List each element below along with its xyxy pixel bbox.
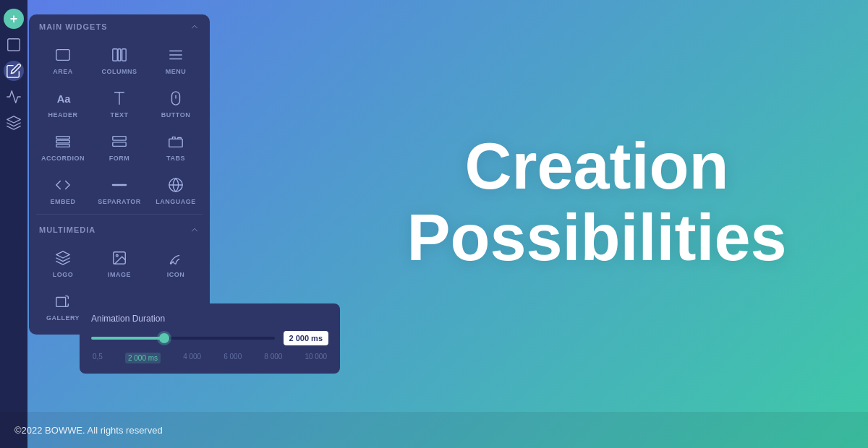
analytics-button[interactable] — [4, 87, 24, 107]
svg-rect-17 — [169, 139, 182, 147]
widget-separator[interactable]: SEPARATOR — [91, 168, 148, 211]
hero-line2: Possibilities — [407, 202, 786, 274]
logo-icon — [55, 248, 71, 268]
svg-rect-4 — [118, 49, 121, 61]
menu-icon — [168, 45, 184, 65]
tick-4[interactable]: 8 000 — [264, 353, 282, 363]
layers-button[interactable] — [4, 113, 24, 133]
widget-language-label: LANGUAGE — [156, 198, 196, 205]
tick-3[interactable]: 6 000 — [224, 353, 242, 363]
widget-accordion[interactable]: ACCORDION — [35, 124, 91, 168]
main-widgets-header: MAIN WIDGETS — [29, 14, 210, 38]
widget-menu[interactable]: MENU — [148, 38, 204, 81]
slider-ticks: 0,5 2 000 ms 4 000 6 000 8 000 10 000 — [91, 353, 328, 363]
widget-text-label: TEXT — [110, 111, 128, 119]
svg-rect-5 — [122, 49, 127, 61]
svg-point-22 — [116, 254, 118, 257]
widget-header-label: HEADER — [48, 111, 77, 119]
main-widgets-label: MAIN WIDGETS — [39, 22, 108, 31]
gallery-icon — [55, 291, 71, 311]
hero-title: Creation Possibilities — [407, 131, 786, 274]
multimedia-label: MULTIMEDIA — [39, 225, 95, 234]
widget-separator-label: SEPARATOR — [98, 198, 141, 205]
widget-form[interactable]: FORM — [91, 124, 148, 168]
svg-rect-3 — [113, 49, 117, 61]
widget-gallery-label: GALLERY — [46, 314, 80, 322]
widget-columns-label: COLUMNS — [102, 68, 137, 75]
svg-rect-23 — [56, 298, 66, 307]
left-toolbar: + — [0, 0, 27, 448]
section-divider — [36, 214, 203, 215]
svg-rect-13 — [56, 140, 69, 143]
widget-icon-label: ICON — [167, 271, 185, 278]
svg-marker-1 — [7, 116, 20, 123]
widget-header[interactable]: Aa HEADER — [35, 81, 91, 124]
collapse-icon[interactable] — [190, 22, 200, 32]
widget-tabs[interactable]: TABS — [148, 124, 204, 168]
widget-tabs-label: TABS — [166, 155, 185, 162]
text-icon — [111, 88, 127, 108]
animation-title: Animation Duration — [91, 314, 328, 324]
slider-value-box: 2 000 ms — [284, 331, 328, 345]
svg-rect-12 — [56, 137, 69, 139]
widget-button-label: BUTTON — [161, 111, 190, 119]
svg-rect-15 — [113, 137, 126, 141]
widget-form-label: FORM — [109, 155, 130, 162]
button-icon — [168, 88, 184, 108]
footer-copyright: ©2022 BOWWE. All rights reserved — [14, 425, 163, 436]
tick-2[interactable]: 4 000 — [183, 353, 201, 363]
slider-track[interactable] — [91, 337, 275, 340]
widget-image[interactable]: IMAGE — [91, 241, 148, 284]
svg-rect-2 — [56, 50, 69, 61]
slider-row: 2 000 ms — [91, 331, 328, 345]
edit-button[interactable] — [4, 61, 24, 81]
widget-text[interactable]: TEXT — [91, 81, 148, 124]
widget-icon-item[interactable]: ICON — [148, 241, 204, 284]
hero-section: Creation Possibilities — [326, 0, 868, 405]
header-icon: Aa — [55, 88, 71, 108]
svg-rect-0 — [8, 39, 20, 51]
tick-5[interactable]: 10 000 — [305, 353, 327, 363]
add-button[interactable]: + — [4, 9, 24, 29]
animation-panel: Animation Duration 2 000 ms 0,5 2 000 ms… — [80, 303, 340, 374]
slider-thumb[interactable] — [159, 333, 169, 343]
widget-columns[interactable]: COLUMNS — [91, 38, 148, 81]
svg-rect-14 — [56, 145, 69, 147]
widget-image-label: IMAGE — [108, 271, 131, 278]
svg-rect-16 — [113, 142, 126, 147]
columns-icon — [111, 45, 127, 65]
widget-language[interactable]: LANGUAGE — [148, 168, 204, 211]
main-widgets-grid: AREA COLUMNS MENU Aa HEADER — [29, 38, 210, 211]
language-icon — [168, 175, 184, 195]
image-icon — [111, 248, 127, 268]
widget-area[interactable]: AREA — [35, 38, 91, 81]
widget-menu-label: MENU — [166, 68, 187, 75]
accordion-icon — [55, 132, 71, 152]
widget-logo[interactable]: LOGO — [35, 241, 91, 284]
widget-button[interactable]: BUTTON — [148, 81, 204, 124]
form-icon — [111, 132, 127, 152]
icon-widget-icon — [168, 248, 184, 268]
hero-line1: Creation — [407, 131, 786, 202]
footer: ©2022 BOWWE. All rights reserved — [0, 412, 868, 448]
widget-embed[interactable]: EMBED — [35, 168, 91, 211]
tick-1[interactable]: 2 000 ms — [125, 353, 161, 363]
page-button[interactable] — [4, 35, 24, 55]
slider-fill — [91, 337, 164, 340]
area-icon — [55, 45, 71, 65]
tick-0[interactable]: 0,5 — [93, 353, 103, 363]
widget-logo-label: LOGO — [53, 271, 74, 278]
widget-area-label: AREA — [53, 68, 73, 75]
widget-embed-label: EMBED — [50, 198, 75, 205]
svg-text:Aa: Aa — [57, 93, 71, 105]
widget-accordion-label: ACCORDION — [41, 155, 85, 162]
multimedia-collapse-icon[interactable] — [190, 225, 200, 235]
separator-icon — [111, 175, 127, 195]
widgets-panel: MAIN WIDGETS AREA COLUMNS MENU — [29, 14, 210, 335]
multimedia-header: MULTIMEDIA — [29, 217, 210, 241]
embed-icon — [55, 175, 71, 195]
tabs-icon — [168, 132, 184, 152]
